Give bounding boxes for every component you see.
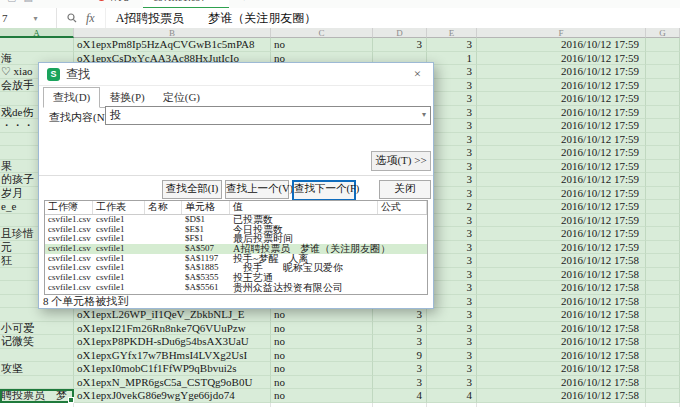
cell-g[interactable] xyxy=(646,187,680,201)
cell-e[interactable]: 3 xyxy=(427,281,477,295)
cell-e[interactable]: 3 xyxy=(427,362,477,376)
dialog-title-bar[interactable]: S 查找 × xyxy=(39,63,433,86)
cell-c[interactable]: no xyxy=(271,308,373,322)
formula-input[interactable]: A招聘投票员 梦谁（关注朋友圈） xyxy=(116,10,317,27)
cell-b[interactable]: oX1epxP8PKDH-sDu6g54bsAX3UaU xyxy=(74,335,271,349)
column-header-a[interactable]: A xyxy=(0,28,74,38)
cell-e[interactable]: 3 xyxy=(427,308,477,322)
cell-a[interactable] xyxy=(0,349,74,363)
cell-e[interactable]: 3 xyxy=(427,335,477,349)
cell-d[interactable]: 3 xyxy=(373,362,427,376)
cell-f[interactable]: 2016/10/12 17:59 xyxy=(477,133,646,147)
cell-c[interactable]: no xyxy=(271,322,373,336)
cell-f[interactable]: 2016/10/12 17:59 xyxy=(477,227,646,241)
cell-e[interactable]: 3 xyxy=(427,146,477,160)
cell-e[interactable]: 2 xyxy=(427,200,477,214)
save-icon[interactable]: ▢ xyxy=(7,0,16,3)
cell-e[interactable]: 3 xyxy=(427,133,477,147)
cell-g[interactable] xyxy=(646,241,680,255)
cell-b[interactable]: oX1epxI0mobC1f1FfWP9qBbvui2s xyxy=(74,362,271,376)
cell-e[interactable]: 3 xyxy=(427,79,477,93)
cell-e[interactable]: 3 xyxy=(427,119,477,133)
cell-empty[interactable] xyxy=(646,403,680,407)
cell-b[interactable]: oX1epxGYfx17w7BHmsI4LVXg2UsI xyxy=(74,349,271,363)
cell-f[interactable]: 2016/10/12 17:58 xyxy=(477,362,646,376)
selected-cell[interactable]: 聘投票员 梦 xyxy=(0,389,74,403)
find-next-button[interactable]: 查找下一个(F) xyxy=(292,180,356,201)
cell-a[interactable] xyxy=(0,38,74,52)
options-button[interactable]: 选项(T) >> xyxy=(371,151,431,171)
undo-icon[interactable]: ↺ xyxy=(40,0,48,3)
cell-c[interactable]: no xyxy=(271,335,373,349)
cell-empty[interactable] xyxy=(427,403,477,407)
cell-g[interactable] xyxy=(646,281,680,295)
cell-g[interactable] xyxy=(646,173,680,187)
cell-e[interactable]: 3 xyxy=(427,295,477,309)
cell-b[interactable]: oX1epxJ0vekG86e9wgYge66jdo74 xyxy=(74,389,271,403)
cell-a[interactable]: 小可爱 xyxy=(0,322,74,336)
cell-empty[interactable] xyxy=(0,403,74,407)
column-header-e[interactable]: E xyxy=(427,28,477,38)
chevron-down-icon[interactable]: ▾ xyxy=(34,14,38,23)
cell-c[interactable]: no xyxy=(271,376,373,390)
cell-f[interactable]: 2016/10/12 17:59 xyxy=(477,187,646,201)
cell-f[interactable]: 2016/10/12 17:59 xyxy=(477,79,646,93)
cell-c[interactable]: no xyxy=(271,38,373,52)
cell-e[interactable]: 3 xyxy=(427,173,477,187)
cell-g[interactable] xyxy=(646,214,680,228)
cell-d[interactable]: 3 xyxy=(373,376,427,390)
cell-g[interactable] xyxy=(646,92,680,106)
cell-e[interactable]: 1 xyxy=(427,52,477,66)
cell-g[interactable] xyxy=(646,268,680,282)
cell-f[interactable]: 2016/10/12 17:58 xyxy=(477,389,646,403)
column-header-d[interactable]: D xyxy=(373,28,427,38)
cell-c[interactable]: no xyxy=(271,349,373,363)
cell-c[interactable]: no xyxy=(271,389,373,403)
cell-b[interactable]: oX1epxL26WP_iI1QeV_ZbkbNLJ_E xyxy=(74,308,271,322)
cell-g[interactable] xyxy=(646,52,680,66)
cell-f[interactable]: 2016/10/12 17:58 xyxy=(477,322,646,336)
cell-e[interactable]: 4 xyxy=(427,389,477,403)
cell-d[interactable]: 4 xyxy=(373,389,427,403)
cell-g[interactable] xyxy=(646,227,680,241)
cell-c[interactable]: no xyxy=(271,362,373,376)
cell-f[interactable]: 2016/10/12 17:58 xyxy=(477,349,646,363)
cell-f[interactable]: 2016/10/12 17:59 xyxy=(477,160,646,174)
cell-d[interactable]: 3 xyxy=(373,38,427,52)
close-button[interactable]: 关闭 xyxy=(379,180,431,199)
cell-g[interactable] xyxy=(646,38,680,52)
cell-f[interactable]: 2016/10/12 17:58 xyxy=(477,376,646,390)
cell-b[interactable]: oX1epxN_MPR6gsC5a_CSTQg9oB0U xyxy=(74,376,271,390)
cell-b[interactable]: oX1epxPm8Ip5HzAqCVGwB1c5mPA8 xyxy=(74,38,271,52)
cell-f[interactable]: 2016/10/12 17:59 xyxy=(477,52,646,66)
redo-icon[interactable]: ↻ xyxy=(55,0,63,3)
cell-e[interactable]: 3 xyxy=(427,106,477,120)
insert-function-icon[interactable]: fx xyxy=(86,11,95,26)
cell-d[interactable]: 3 xyxy=(373,322,427,336)
cell-f[interactable]: 2016/10/12 17:59 xyxy=(477,65,646,79)
column-header-f[interactable]: F xyxy=(477,28,646,38)
find-previous-button[interactable]: 查找上一个(V) xyxy=(225,180,289,199)
cell-d[interactable]: 9 xyxy=(373,349,427,363)
tab-close-icon[interactable]: × xyxy=(213,0,218,2)
cell-g[interactable] xyxy=(646,146,680,160)
result-row[interactable]: csvfile1.csvcsvfile1$A$5561贵州众益达投资有限公司 xyxy=(45,283,427,293)
new-tab-button[interactable]: + xyxy=(241,0,248,6)
cell-g[interactable] xyxy=(646,322,680,336)
cell-f[interactable]: 2016/10/12 17:59 xyxy=(477,92,646,106)
cell-f[interactable]: 2016/10/12 17:58 xyxy=(477,268,646,282)
cell-e[interactable]: 3 xyxy=(427,349,477,363)
cell-g[interactable] xyxy=(646,376,680,390)
cell-f[interactable]: 2016/10/12 17:59 xyxy=(477,119,646,133)
cell-e[interactable]: 3 xyxy=(427,376,477,390)
find-all-button[interactable]: 查找全部(I) xyxy=(162,180,222,199)
cell-a[interactable] xyxy=(0,308,74,322)
cell-g[interactable] xyxy=(646,160,680,174)
chevron-down-icon[interactable]: ▾ xyxy=(422,111,426,119)
cell-g[interactable] xyxy=(646,308,680,322)
cell-f[interactable]: 2016/10/12 17:58 xyxy=(477,254,646,268)
cell-g[interactable] xyxy=(646,335,680,349)
tab-find[interactable]: 查找(D) xyxy=(43,87,100,108)
cell-empty[interactable] xyxy=(477,403,646,407)
cell-f[interactable]: 2016/10/12 17:59 xyxy=(477,241,646,255)
